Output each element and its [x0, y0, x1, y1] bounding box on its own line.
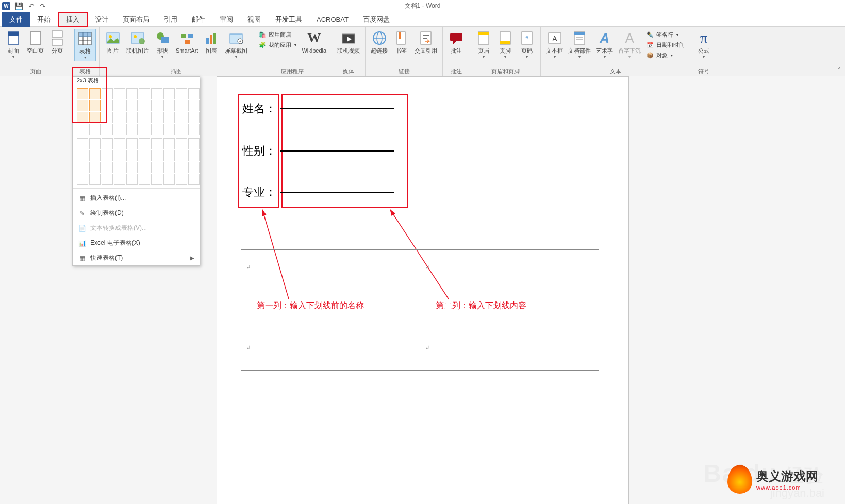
- grid-cell[interactable]: [126, 88, 138, 99]
- grid-cell[interactable]: [77, 124, 88, 135]
- save-button[interactable]: 💾: [14, 2, 23, 10]
- quick-tables-menu-item[interactable]: ▦快速表格(T)▶: [73, 250, 200, 265]
- grid-cell[interactable]: [139, 124, 150, 135]
- grid-cell[interactable]: [89, 174, 101, 185]
- grid-cell[interactable]: [139, 150, 150, 161]
- quick-parts-button[interactable]: 文档部件▾: [566, 29, 593, 60]
- example-table[interactable]: ↲↲ 第一列：输入下划线前的名称 第二列：输入下划线内容 ↲↲: [241, 249, 599, 371]
- grid-cell[interactable]: [139, 112, 150, 123]
- tab-mailings[interactable]: 邮件: [185, 12, 212, 27]
- grid-cell[interactable]: [77, 88, 88, 99]
- grid-cell[interactable]: [163, 150, 175, 161]
- grid-cell[interactable]: [188, 112, 200, 123]
- grid-cell[interactable]: [176, 88, 187, 99]
- grid-cell[interactable]: [77, 138, 88, 149]
- grid-cell[interactable]: [126, 124, 138, 135]
- grid-cell[interactable]: [151, 100, 162, 111]
- wikipedia-button[interactable]: W Wikipedia: [300, 29, 328, 55]
- grid-cell[interactable]: [188, 100, 200, 111]
- grid-cell[interactable]: [114, 112, 125, 123]
- my-apps-button[interactable]: 🧩我的应用▾: [256, 40, 299, 49]
- table-grid-picker[interactable]: [73, 86, 200, 185]
- chart-button[interactable]: 图表: [201, 29, 222, 55]
- grid-cell[interactable]: [102, 88, 113, 99]
- grid-cell[interactable]: [102, 162, 113, 173]
- grid-cell[interactable]: [163, 112, 175, 123]
- hyperlink-button[interactable]: 超链接: [369, 29, 390, 55]
- grid-cell[interactable]: [151, 162, 162, 173]
- grid-cell[interactable]: [126, 150, 138, 161]
- form-line-major[interactable]: [280, 192, 394, 193]
- date-time-button[interactable]: 📅日期和时间: [644, 40, 687, 49]
- tab-view[interactable]: 视图: [240, 12, 268, 27]
- table-cell-annotation-2[interactable]: 第二列：输入下划线内容: [420, 290, 599, 330]
- cover-page-button[interactable]: 封面▾: [3, 29, 24, 60]
- grid-cell[interactable]: [163, 138, 175, 149]
- online-pictures-button[interactable]: 联机图片: [124, 29, 151, 55]
- grid-cell[interactable]: [176, 138, 187, 149]
- grid-cell[interactable]: [114, 138, 125, 149]
- grid-cell[interactable]: [139, 162, 150, 173]
- grid-cell[interactable]: [176, 162, 187, 173]
- grid-cell[interactable]: [89, 100, 101, 111]
- tab-design[interactable]: 设计: [88, 12, 115, 27]
- grid-cell[interactable]: [139, 88, 150, 99]
- grid-cell[interactable]: [89, 138, 101, 149]
- grid-cell[interactable]: [114, 88, 125, 99]
- tab-review[interactable]: 审阅: [212, 12, 240, 27]
- table-cell[interactable]: ↲: [420, 250, 599, 290]
- grid-cell[interactable]: [114, 162, 125, 173]
- shapes-button[interactable]: 形状▾: [152, 29, 173, 60]
- grid-cell[interactable]: [126, 112, 138, 123]
- grid-cell[interactable]: [126, 138, 138, 149]
- grid-cell[interactable]: [188, 88, 200, 99]
- page-number-button[interactable]: # 页码▾: [517, 29, 537, 60]
- form-line-name[interactable]: [280, 108, 394, 109]
- tab-references[interactable]: 引用: [157, 12, 185, 27]
- table-cell[interactable]: ↲: [241, 250, 420, 290]
- table-cell[interactable]: ↲: [420, 330, 599, 371]
- tab-baidu[interactable]: 百度网盘: [356, 12, 397, 27]
- grid-cell[interactable]: [126, 100, 138, 111]
- signature-line-button[interactable]: ✒️签名行▾: [644, 30, 687, 39]
- equation-button[interactable]: π 公式▾: [693, 29, 714, 60]
- grid-cell[interactable]: [139, 174, 150, 185]
- bookmark-button[interactable]: 书签: [391, 29, 411, 55]
- draw-table-menu-item[interactable]: ✎绘制表格(D): [73, 206, 200, 221]
- grid-cell[interactable]: [102, 112, 113, 123]
- grid-cell[interactable]: [102, 138, 113, 149]
- grid-cell[interactable]: [102, 150, 113, 161]
- grid-cell[interactable]: [102, 100, 113, 111]
- smartart-button[interactable]: SmartArt: [174, 29, 200, 55]
- grid-cell[interactable]: [188, 150, 200, 161]
- grid-cell[interactable]: [151, 88, 162, 99]
- header-button[interactable]: 页眉▾: [473, 29, 494, 60]
- grid-cell[interactable]: [188, 174, 200, 185]
- grid-cell[interactable]: [102, 124, 113, 135]
- redo-button[interactable]: ↷: [40, 2, 46, 10]
- comment-button[interactable]: 批注: [446, 29, 467, 55]
- object-button[interactable]: 📦对象▾: [644, 51, 687, 60]
- wordart-button[interactable]: A 艺术字▾: [594, 29, 615, 60]
- tab-file[interactable]: 文件: [2, 12, 30, 27]
- grid-cell[interactable]: [77, 174, 88, 185]
- table-button[interactable]: 表格▾: [74, 29, 96, 61]
- grid-cell[interactable]: [77, 150, 88, 161]
- table-cell[interactable]: ↲: [241, 330, 420, 371]
- table-cell-annotation-1[interactable]: 第一列：输入下划线前的名称: [241, 290, 420, 330]
- grid-cell[interactable]: [77, 112, 88, 123]
- grid-cell[interactable]: [139, 138, 150, 149]
- tab-insert[interactable]: 插入: [58, 12, 88, 27]
- footer-button[interactable]: 页脚▾: [495, 29, 516, 60]
- online-video-button[interactable]: 联机视频: [335, 29, 362, 55]
- grid-cell[interactable]: [89, 112, 101, 123]
- grid-cell[interactable]: [89, 162, 101, 173]
- grid-cell[interactable]: [151, 124, 162, 135]
- page-break-button[interactable]: 分页: [47, 29, 68, 55]
- grid-cell[interactable]: [126, 174, 138, 185]
- grid-cell[interactable]: [114, 150, 125, 161]
- screenshot-button[interactable]: + 屏幕截图▾: [223, 29, 250, 60]
- grid-cell[interactable]: [89, 150, 101, 161]
- tab-developer[interactable]: 开发工具: [268, 12, 309, 27]
- grid-cell[interactable]: [114, 124, 125, 135]
